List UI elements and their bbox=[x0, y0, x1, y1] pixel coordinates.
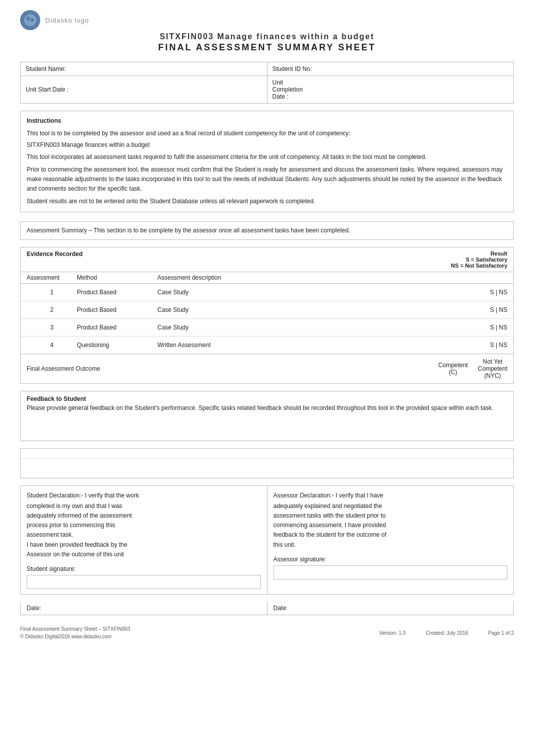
assessor-declaration: Assessor Declaration:- I verify that I h… bbox=[268, 486, 514, 595]
footer-line1: Final Assessment Summary Sheet – SITXFIN… bbox=[20, 625, 130, 633]
footer-line2: © Didasko Digital2016 www.didasko.com bbox=[20, 633, 130, 640]
footer-version: Version: 1.0 bbox=[379, 630, 406, 636]
assessor-sig-label: Assessor signature: bbox=[274, 555, 508, 564]
instructions-para1: This tool is to be completed by the asse… bbox=[27, 129, 507, 138]
table-row: 1 Product Based Case Study S | NS bbox=[21, 284, 513, 301]
row-num: 1 bbox=[27, 289, 77, 296]
row-desc: Case Study bbox=[157, 306, 407, 313]
student-declaration: Student Declaration:- I verify that the … bbox=[21, 486, 268, 595]
table-row: 4 Questioning Written Assessment S | NS bbox=[21, 337, 513, 354]
row-result: S | NS bbox=[407, 289, 507, 296]
evidence-section: Evidence Recorded Result S = Satisfactor… bbox=[20, 247, 514, 384]
row-num: 2 bbox=[27, 306, 77, 313]
s-label: S = Satisfactory bbox=[466, 257, 507, 263]
svg-point-1 bbox=[26, 17, 30, 21]
table-row: 2 Product Based Case Study S | NS bbox=[21, 301, 513, 319]
result-legend: Result S = Satisfactory NS = Not Satisfa… bbox=[451, 250, 507, 269]
instructions-para2: SITXFIN003 Manage finances within a budg… bbox=[27, 140, 507, 150]
row-method: Product Based bbox=[77, 324, 157, 331]
not-yet-label: Not Yet Competent (NYC) bbox=[478, 358, 507, 379]
row-num: 4 bbox=[27, 342, 77, 349]
declaration-section: Student Declaration:- I verify that the … bbox=[20, 485, 514, 595]
col-header-assessment: Assessment bbox=[27, 274, 77, 281]
result-label: Result bbox=[490, 250, 507, 257]
final-assessment-label: Final Assessment Outcome bbox=[27, 365, 438, 372]
row-desc: Case Study bbox=[157, 324, 407, 331]
row-desc: Case Study bbox=[157, 289, 407, 296]
student-info-table: Student Name: Student ID No: Unit Start … bbox=[20, 62, 514, 104]
page-subtitle: SITXFIN003 Manage finances within a budg… bbox=[20, 32, 514, 41]
unit-start-label: Unit Start Date : bbox=[21, 76, 268, 104]
assessment-summary-section: Assessment Summary – This section is to … bbox=[20, 221, 514, 240]
svg-point-2 bbox=[31, 19, 34, 22]
col-header-method: Method bbox=[77, 274, 157, 281]
footer-created: Created: July 2016 bbox=[426, 630, 468, 636]
instructions-para5: Student results are not to be entered on… bbox=[27, 197, 507, 206]
student-id-label: Student ID No: bbox=[267, 62, 514, 76]
assessor-declaration-body: adequately explained and negotiated the … bbox=[274, 501, 508, 550]
col-header-description: Assessment description bbox=[157, 274, 407, 281]
assessor-signature-box bbox=[274, 565, 508, 579]
row-desc: Written Assessment bbox=[157, 342, 407, 349]
instructions-section: Instructions This tool is to be complete… bbox=[20, 111, 514, 212]
footer-page: Page 1 of 2 bbox=[488, 630, 514, 636]
page-title: FINAL ASSESSMENT SUMMARY SHEET bbox=[20, 42, 514, 53]
competent-label: Competent (C) bbox=[438, 362, 468, 376]
date-right: Date: bbox=[268, 602, 514, 615]
student-sig-label: Student signature: bbox=[27, 564, 261, 574]
row-result: S | NS bbox=[407, 342, 507, 349]
row-result: S | NS bbox=[407, 324, 507, 331]
feedback-title: Feedback to Student bbox=[27, 395, 507, 402]
student-declaration-body: completed is my own and that I was adequ… bbox=[27, 501, 261, 559]
student-signature-box bbox=[27, 575, 261, 589]
ns-label: NS = Not Satisfactory bbox=[451, 263, 507, 269]
instructions-para4: Prior to commencing the assessment tool,… bbox=[27, 165, 507, 194]
evidence-header: Evidence Recorded Result S = Satisfactor… bbox=[21, 247, 513, 272]
footer-left: Final Assessment Summary Sheet – SITXFIN… bbox=[20, 625, 130, 640]
date-left: Date: bbox=[21, 602, 268, 615]
logo-icon bbox=[20, 10, 40, 30]
final-assessment-row: Final Assessment Outcome Competent (C) N… bbox=[21, 354, 513, 383]
unit-completion-label: Unit Completion Date : bbox=[267, 76, 514, 104]
student-name-label: Student Name: bbox=[21, 62, 268, 76]
header-logo: Didasko logo bbox=[20, 10, 514, 30]
footer: Final Assessment Summary Sheet – SITXFIN… bbox=[20, 625, 514, 640]
student-declaration-title: Student Declaration:- I verify that the … bbox=[27, 491, 261, 500]
evidence-col-headers: Assessment Method Assessment description bbox=[21, 272, 513, 284]
instructions-para3: This tool incorporates all assessment ta… bbox=[27, 152, 507, 162]
table-row: 3 Product Based Case Study S | NS bbox=[21, 319, 513, 337]
assessment-summary-text: Assessment Summary – This section is to … bbox=[27, 227, 350, 234]
row-result: S | NS bbox=[407, 306, 507, 313]
row-num: 3 bbox=[27, 324, 77, 331]
date-section: Date: Date: bbox=[20, 602, 514, 615]
svg-point-0 bbox=[24, 14, 36, 26]
instructions-title: Instructions bbox=[27, 116, 507, 126]
row-method: Product Based bbox=[77, 306, 157, 313]
feedback-section: Feedback to Student Please provide gener… bbox=[20, 391, 514, 441]
logo-text: Didasko logo bbox=[45, 17, 89, 24]
col-header-result bbox=[407, 274, 507, 281]
row-method: Questioning bbox=[77, 342, 157, 349]
assessor-declaration-title: Assessor Declaration:- I verify that I h… bbox=[274, 491, 508, 500]
row-method: Product Based bbox=[77, 289, 157, 296]
blank-feedback-area bbox=[20, 448, 514, 478]
footer-right: Version: 1.0 Created: July 2016 Page 1 o… bbox=[379, 630, 514, 636]
evidence-rows: 1 Product Based Case Study S | NS 2 Prod… bbox=[21, 284, 513, 354]
feedback-text: Please provide general feedback on the S… bbox=[27, 404, 507, 411]
evidence-recorded-label: Evidence Recorded bbox=[27, 250, 82, 269]
